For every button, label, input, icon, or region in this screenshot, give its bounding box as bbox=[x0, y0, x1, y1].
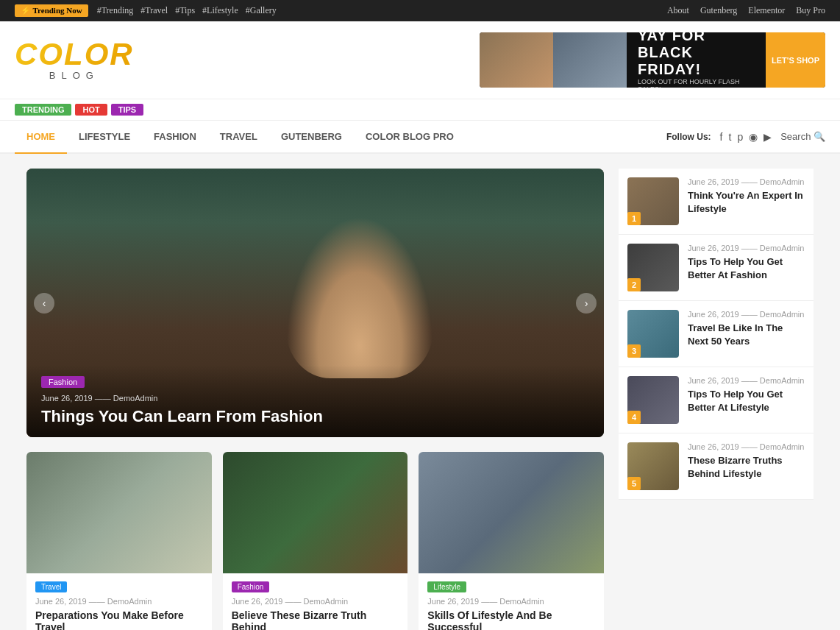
header: COLOR BLOG YAY FOR BLACK FRIDAY! LOOK OU… bbox=[0, 21, 840, 99]
sidebar-thumb-3: 3 bbox=[627, 310, 679, 358]
badge-tips[interactable]: TIPS bbox=[111, 104, 143, 116]
sidebar-content-4: June 26, 2019 —— DemoAdmin Tips To Help … bbox=[688, 376, 805, 424]
badge-hot[interactable]: HOT bbox=[75, 104, 107, 116]
banner-text-area: YAY FOR BLACK FRIDAY! LOOK OUT FOR HOURL… bbox=[627, 32, 766, 88]
card-3-image bbox=[419, 452, 604, 573]
card-2-category[interactable]: Fashion bbox=[232, 581, 270, 592]
sidebar-title-2[interactable]: Tips To Help You Get Better At Fashion bbox=[688, 255, 805, 282]
sidebar-num-3: 3 bbox=[627, 344, 641, 358]
social-icons: f t p ◉ ▶ bbox=[720, 131, 772, 143]
badge-trending[interactable]: TRENDING bbox=[15, 104, 71, 116]
card-1-title: Preparations You Make Before Travel bbox=[35, 609, 203, 630]
card-3: Lifestyle June 26, 2019 —— DemoAdmin Ski… bbox=[419, 452, 604, 630]
logo[interactable]: COLOR BLOG bbox=[15, 39, 134, 81]
banner-cta[interactable]: LET'S SHOP bbox=[766, 32, 825, 88]
sidebar-title-5[interactable]: These Bizarre Truths Behind Lifestyle bbox=[688, 454, 805, 481]
hero-separator: —— bbox=[95, 394, 113, 403]
pinterest-icon[interactable]: p bbox=[737, 131, 743, 143]
buy-pro-link[interactable]: Buy Pro bbox=[796, 5, 825, 16]
sidebar-item-4: 4 June 26, 2019 —— DemoAdmin Tips To Hel… bbox=[619, 367, 814, 433]
cards-row: Travel June 26, 2019 —— DemoAdmin Prepar… bbox=[26, 452, 604, 630]
card-3-title: Skills Of Lifestyle And Be Successful bbox=[427, 609, 595, 630]
nav-links: HOME LIFESTYLE FASHION TRAVEL GUTENBERG … bbox=[15, 121, 466, 152]
card-1: Travel June 26, 2019 —— DemoAdmin Prepar… bbox=[26, 452, 212, 630]
card-1-image bbox=[26, 452, 212, 573]
trending-label: ⚡ Trending Now bbox=[15, 4, 88, 17]
sidebar-content-1: June 26, 2019 —— DemoAdmin Think You're … bbox=[688, 177, 805, 225]
sidebar-item-5: 5 June 26, 2019 —— DemoAdmin These Bizar… bbox=[619, 433, 814, 500]
main-column: ‹ › Fashion June 26, 2019 —— DemoAdmin T… bbox=[26, 169, 604, 630]
card-2: Fashion June 26, 2019 —— DemoAdmin Belie… bbox=[223, 452, 408, 630]
top-bar-right: About Gutenberg Elementor Buy Pro bbox=[667, 5, 825, 16]
sidebar-thumb-2: 2 bbox=[627, 244, 679, 291]
banner-image-1 bbox=[480, 32, 553, 88]
sidebar-thumb-5: 5 bbox=[627, 442, 679, 490]
sidebar-meta-4: June 26, 2019 —— DemoAdmin bbox=[688, 376, 805, 385]
tag-lifestyle[interactable]: #Lifestyle bbox=[202, 5, 238, 16]
sidebar: 1 June 26, 2019 —— DemoAdmin Think You'r… bbox=[619, 169, 814, 630]
nav-gutenberg[interactable]: GUTENBERG bbox=[269, 121, 354, 152]
tag-tips[interactable]: #Tips bbox=[175, 5, 195, 16]
instagram-icon[interactable]: ◉ bbox=[749, 131, 758, 143]
facebook-icon[interactable]: f bbox=[720, 131, 723, 143]
top-bar-tags: #Trending #Travel #Tips #Lifestyle #Gall… bbox=[97, 5, 277, 16]
sidebar-meta-2: June 26, 2019 —— DemoAdmin bbox=[688, 244, 805, 252]
card-1-meta: June 26, 2019 —— DemoAdmin bbox=[35, 597, 203, 606]
hero-title: Things You Can Learn From Fashion bbox=[41, 407, 589, 426]
tag-gallery[interactable]: #Gallery bbox=[246, 5, 277, 16]
sidebar-num-2: 2 bbox=[627, 278, 641, 291]
nav-home[interactable]: HOME bbox=[15, 121, 67, 154]
card-1-category[interactable]: Travel bbox=[35, 581, 67, 592]
elementor-link[interactable]: Elementor bbox=[748, 5, 785, 16]
hero-section: ‹ › Fashion June 26, 2019 —— DemoAdmin T… bbox=[26, 169, 604, 437]
hero-prev-button[interactable]: ‹ bbox=[34, 293, 54, 314]
about-link[interactable]: About bbox=[667, 5, 689, 16]
hero-author: DemoAdmin bbox=[113, 394, 158, 403]
sidebar-meta-3: June 26, 2019 —— DemoAdmin bbox=[688, 310, 805, 319]
nav-lifestyle[interactable]: LIFESTYLE bbox=[67, 121, 142, 152]
sidebar-item-2: 2 June 26, 2019 —— DemoAdmin Tips To Hel… bbox=[619, 235, 814, 301]
gutenberg-link[interactable]: Gutenberg bbox=[700, 5, 737, 16]
hero-overlay: Fashion June 26, 2019 —— DemoAdmin Thing… bbox=[26, 365, 604, 437]
sidebar-title-3[interactable]: Travel Be Like In The Next 50 Years bbox=[688, 322, 805, 348]
card-3-category[interactable]: Lifestyle bbox=[427, 581, 466, 592]
sidebar-content-5: June 26, 2019 —— DemoAdmin These Bizarre… bbox=[688, 442, 805, 490]
hero-category[interactable]: Fashion bbox=[41, 376, 85, 388]
hero-date: June 26, 2019 bbox=[41, 394, 93, 403]
twitter-icon[interactable]: t bbox=[729, 131, 732, 143]
card-2-body: Fashion June 26, 2019 —— DemoAdmin Belie… bbox=[223, 573, 408, 630]
banner-headline: YAY FOR BLACK FRIDAY! bbox=[638, 32, 755, 78]
sidebar-content-3: June 26, 2019 —— DemoAdmin Travel Be Lik… bbox=[688, 310, 805, 358]
top-bar: ⚡ Trending Now #Trending #Travel #Tips #… bbox=[0, 0, 840, 21]
sidebar-num-1: 1 bbox=[627, 212, 641, 225]
sidebar-content-2: June 26, 2019 —— DemoAdmin Tips To Help … bbox=[688, 244, 805, 291]
card-3-meta: June 26, 2019 —— DemoAdmin bbox=[427, 597, 595, 606]
banner-images bbox=[480, 32, 627, 88]
main-nav: HOME LIFESTYLE FASHION TRAVEL GUTENBERG … bbox=[0, 121, 840, 154]
card-2-image bbox=[223, 452, 408, 573]
sidebar-title-4[interactable]: Tips To Help You Get Better At Lifestyle bbox=[688, 388, 805, 414]
sidebar-thumb-4: 4 bbox=[627, 376, 679, 424]
nav-right: Follow Us: f t p ◉ ▶ Search 🔍 bbox=[666, 131, 825, 143]
hero-meta: June 26, 2019 —— DemoAdmin bbox=[41, 394, 589, 403]
nav-color-blog-pro[interactable]: COLOR BLOG PRO bbox=[354, 121, 466, 152]
youtube-icon[interactable]: ▶ bbox=[764, 131, 772, 143]
banner-subtext: LOOK OUT FOR HOURLY FLASH SALES! bbox=[638, 78, 755, 88]
nav-travel[interactable]: TRAVEL bbox=[208, 121, 269, 152]
tag-travel[interactable]: #Travel bbox=[140, 5, 168, 16]
search-button[interactable]: Search 🔍 bbox=[780, 131, 825, 142]
sidebar-title-1[interactable]: Think You're An Expert In Lifestyle bbox=[688, 189, 805, 216]
nav-fashion[interactable]: FASHION bbox=[142, 121, 208, 152]
card-1-body: Travel June 26, 2019 —— DemoAdmin Prepar… bbox=[26, 573, 212, 630]
logo-text: COLOR bbox=[15, 39, 134, 70]
sidebar-thumb-1: 1 bbox=[627, 177, 679, 225]
tag-trending[interactable]: #Trending bbox=[97, 5, 134, 16]
sidebar-num-5: 5 bbox=[627, 477, 641, 490]
hero-next-button[interactable]: › bbox=[576, 293, 597, 314]
card-2-meta: June 26, 2019 —— DemoAdmin bbox=[232, 597, 399, 606]
top-bar-left: ⚡ Trending Now #Trending #Travel #Tips #… bbox=[15, 4, 277, 17]
logo-blog: BLOG bbox=[49, 70, 99, 81]
content-area: ‹ › Fashion June 26, 2019 —— DemoAdmin T… bbox=[15, 169, 825, 630]
header-banner[interactable]: YAY FOR BLACK FRIDAY! LOOK OUT FOR HOURL… bbox=[480, 32, 825, 88]
sidebar-item-1: 1 June 26, 2019 —— DemoAdmin Think You'r… bbox=[619, 169, 814, 235]
